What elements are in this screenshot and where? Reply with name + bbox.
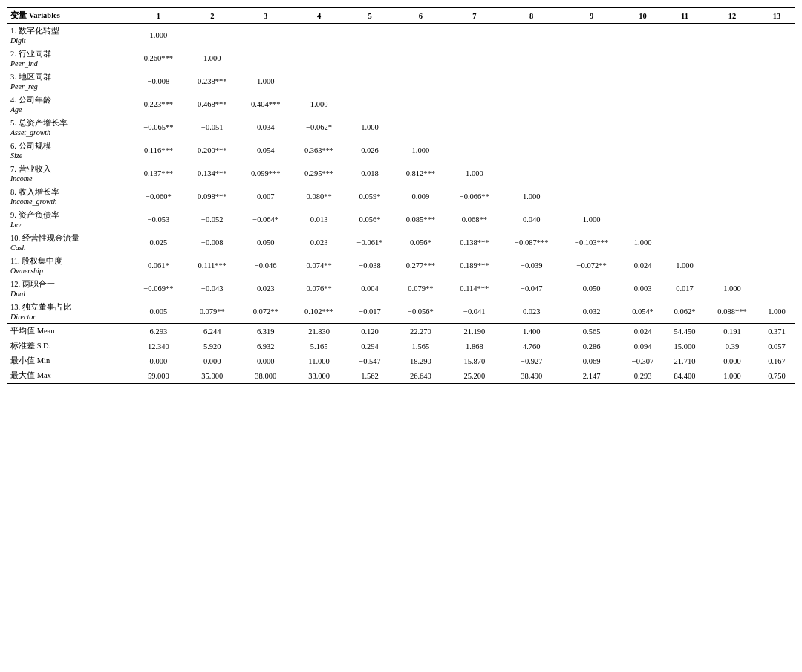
stats-cell-2-10: 21.710: [664, 353, 705, 368]
cell-2-4: [293, 47, 346, 70]
cell-6-4: 0.363***: [293, 139, 346, 162]
cell-11-9: −0.072**: [561, 254, 622, 277]
stats-cell-1-8: 0.286: [561, 339, 622, 353]
cell-3-8: [501, 70, 561, 93]
stats-cell-1-6: 1.868: [447, 339, 501, 353]
cell-5-7: [447, 116, 501, 139]
cell-12-9: 0.050: [561, 277, 622, 300]
table-header-row: 变量 Variables 1 2 3 4 5 6 7 8 9 10 11 12 …: [7, 8, 795, 24]
cell-12-1: −0.069**: [131, 277, 186, 300]
cell-3-6: [394, 70, 447, 93]
cell-5-9: [561, 116, 622, 139]
header-col-12: 12: [705, 8, 759, 24]
cell-9-2: −0.052: [186, 208, 239, 231]
cell-5-1: −0.065**: [131, 116, 186, 139]
cell-5-11: [664, 116, 705, 139]
cell-6-12: [705, 139, 759, 162]
cell-9-4: 0.013: [293, 208, 346, 231]
cell-1-12: [705, 24, 759, 48]
cell-2-8: [501, 47, 561, 70]
stats-cell-3-3: 33.000: [293, 368, 346, 384]
cell-2-13: [759, 47, 795, 70]
cell-10-7: 0.138***: [447, 231, 501, 254]
cell-3-1: −0.008: [131, 70, 186, 93]
cell-6-5: 0.026: [346, 139, 394, 162]
cell-5-6: [394, 116, 447, 139]
stats-cell-3-6: 25.200: [447, 368, 501, 384]
cell-4-6: [394, 93, 447, 116]
cell-2-1: 0.260***: [131, 47, 186, 70]
cell-7-5: 0.018: [346, 162, 394, 185]
stats-cell-1-4: 0.294: [346, 339, 394, 353]
header-col-8: 8: [501, 8, 561, 24]
cell-8-3: 0.007: [239, 185, 293, 208]
cell-5-5: 1.000: [346, 116, 394, 139]
stats-cell-1-12: 0.057: [759, 339, 795, 353]
stats-cell-1-1: 5.920: [186, 339, 239, 353]
row-label-3: 3. 地区同群Peer_reg: [7, 70, 131, 93]
cell-11-11: 1.000: [664, 254, 705, 277]
cell-6-8: [501, 139, 561, 162]
row-label-7: 7. 营业收入Income: [7, 162, 131, 185]
cell-3-4: [293, 70, 346, 93]
cell-1-8: [501, 24, 561, 48]
cell-7-7: 1.000: [447, 162, 501, 185]
cell-11-12: [705, 254, 759, 277]
cell-10-4: 0.023: [293, 231, 346, 254]
cell-12-13: [759, 277, 795, 300]
header-col-9: 9: [561, 8, 622, 24]
table-row: 6. 公司规模Size0.116***0.200***0.0540.363***…: [7, 139, 795, 162]
cell-8-8: 1.000: [501, 185, 561, 208]
stats-cell-2-5: 18.290: [394, 353, 447, 368]
cell-2-3: [239, 47, 293, 70]
cell-3-3: 1.000: [239, 70, 293, 93]
header-col-3: 3: [239, 8, 293, 24]
stats-cell-2-7: −0.927: [501, 353, 561, 368]
cell-13-7: −0.041: [447, 300, 501, 324]
cell-1-2: [186, 24, 239, 48]
row-label-2: 2. 行业同群Peer_ind: [7, 47, 131, 70]
cell-9-9: 1.000: [561, 208, 622, 231]
cell-7-4: 0.295***: [293, 162, 346, 185]
table-row: 12. 两职合一Dual−0.069**−0.0430.0230.076**0.…: [7, 277, 795, 300]
stats-label-3: 最大值 Max: [7, 368, 131, 384]
stats-cell-1-9: 0.094: [622, 339, 664, 353]
stats-cell-3-4: 1.562: [346, 368, 394, 384]
header-col-11: 11: [664, 8, 705, 24]
cell-11-4: 0.074**: [293, 254, 346, 277]
stats-cell-1-3: 5.165: [293, 339, 346, 353]
stats-cell-1-0: 12.340: [131, 339, 186, 353]
cell-3-11: [664, 70, 705, 93]
table-row: 5. 总资产增长率Asset_growth−0.065**−0.0510.034…: [7, 116, 795, 139]
cell-6-7: [447, 139, 501, 162]
stats-cell-0-10: 54.450: [664, 324, 705, 339]
stats-cell-0-5: 22.270: [394, 324, 447, 339]
cell-11-1: 0.061*: [131, 254, 186, 277]
table-row: 8. 收入增长率Income_growth−0.060*0.098***0.00…: [7, 185, 795, 208]
cell-9-13: [759, 208, 795, 231]
table-row: 11. 股权集中度Ownership0.061*0.111***−0.0460.…: [7, 254, 795, 277]
table-row: 9. 资产负债率Lev−0.053−0.052−0.064*0.0130.056…: [7, 208, 795, 231]
cell-9-11: [664, 208, 705, 231]
cell-12-4: 0.076**: [293, 277, 346, 300]
cell-13-9: 0.032: [561, 300, 622, 324]
cell-3-13: [759, 70, 795, 93]
cell-5-10: [622, 116, 664, 139]
cell-1-3: [239, 24, 293, 48]
cell-6-6: 1.000: [394, 139, 447, 162]
cell-4-1: 0.223***: [131, 93, 186, 116]
cell-5-3: 0.034: [239, 116, 293, 139]
cell-8-4: 0.080**: [293, 185, 346, 208]
table-row: 7. 营业收入Income0.137***0.134***0.099***0.2…: [7, 162, 795, 185]
row-label-13: 13. 独立董事占比Director: [7, 300, 131, 324]
stats-cell-0-1: 6.244: [186, 324, 239, 339]
cell-13-10: 0.054*: [622, 300, 664, 324]
cell-13-12: 0.088***: [705, 300, 759, 324]
cell-9-1: −0.053: [131, 208, 186, 231]
stats-cell-0-12: 0.371: [759, 324, 795, 339]
cell-7-10: [622, 162, 664, 185]
cell-6-2: 0.200***: [186, 139, 239, 162]
cell-2-5: [346, 47, 394, 70]
cell-13-6: −0.056*: [394, 300, 447, 324]
stats-cell-0-8: 0.565: [561, 324, 622, 339]
